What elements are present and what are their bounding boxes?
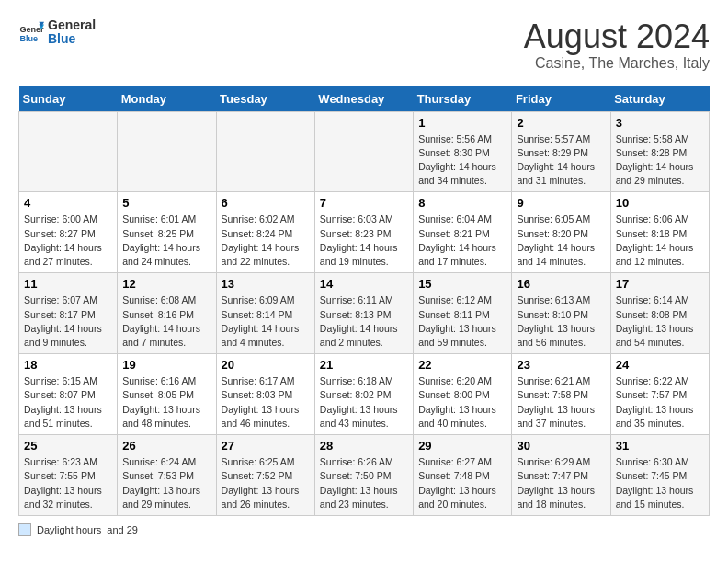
calendar-cell: 15Sunrise: 6:12 AM Sunset: 8:11 PM Dayli… [414, 273, 512, 354]
calendar-cell: 9Sunrise: 6:05 AM Sunset: 8:20 PM Daylig… [512, 192, 610, 273]
day-info: Sunrise: 6:18 AM Sunset: 8:02 PM Dayligh… [320, 374, 408, 431]
calendar-cell: 18Sunrise: 6:15 AM Sunset: 8:07 PM Dayli… [19, 354, 118, 435]
logo: General Blue General Blue [18, 18, 96, 47]
calendar-cell: 4Sunrise: 6:00 AM Sunset: 8:27 PM Daylig… [19, 192, 118, 273]
legend-detail: and 29 [107, 524, 138, 535]
weekday-header-wednesday: Wednesday [314, 86, 413, 112]
day-number: 2 [517, 116, 605, 130]
calendar-week-4: 18Sunrise: 6:15 AM Sunset: 8:07 PM Dayli… [19, 354, 710, 435]
calendar-cell: 16Sunrise: 6:13 AM Sunset: 8:10 PM Dayli… [512, 273, 610, 354]
calendar-cell: 26Sunrise: 6:24 AM Sunset: 7:53 PM Dayli… [118, 435, 216, 516]
day-info: Sunrise: 5:57 AM Sunset: 8:29 PM Dayligh… [517, 132, 605, 189]
calendar-cell: 14Sunrise: 6:11 AM Sunset: 8:13 PM Dayli… [314, 273, 413, 354]
day-info: Sunrise: 6:29 AM Sunset: 7:47 PM Dayligh… [517, 455, 605, 511]
calendar-cell [19, 111, 118, 192]
calendar-table: SundayMondayTuesdayWednesdayThursdayFrid… [18, 86, 710, 516]
day-info: Sunrise: 6:06 AM Sunset: 8:18 PM Dayligh… [616, 213, 704, 269]
weekday-header-tuesday: Tuesday [216, 86, 314, 112]
calendar-cell: 28Sunrise: 6:26 AM Sunset: 7:50 PM Dayli… [314, 435, 413, 516]
day-number: 14 [320, 277, 408, 291]
calendar-week-2: 4Sunrise: 6:00 AM Sunset: 8:27 PM Daylig… [19, 192, 710, 273]
calendar-week-5: 25Sunrise: 6:23 AM Sunset: 7:55 PM Dayli… [19, 435, 710, 516]
day-number: 31 [616, 439, 704, 453]
legend-label: Daylight hours [37, 524, 101, 535]
day-number: 20 [222, 358, 310, 372]
day-info: Sunrise: 6:03 AM Sunset: 8:23 PM Dayligh… [320, 213, 408, 269]
calendar-cell: 31Sunrise: 6:30 AM Sunset: 7:45 PM Dayli… [610, 435, 709, 516]
calendar-cell: 21Sunrise: 6:18 AM Sunset: 8:02 PM Dayli… [314, 354, 413, 435]
day-info: Sunrise: 5:58 AM Sunset: 8:28 PM Dayligh… [616, 132, 704, 189]
day-number: 6 [222, 196, 310, 210]
day-number: 13 [222, 277, 310, 291]
day-number: 18 [24, 358, 112, 372]
day-number: 1 [418, 116, 506, 130]
calendar-cell: 7Sunrise: 6:03 AM Sunset: 8:23 PM Daylig… [314, 192, 413, 273]
day-number: 15 [418, 277, 506, 291]
day-number: 19 [122, 358, 210, 372]
weekday-header-saturday: Saturday [610, 86, 709, 112]
day-number: 29 [418, 439, 506, 453]
day-info: Sunrise: 6:22 AM Sunset: 7:57 PM Dayligh… [616, 374, 704, 431]
logo-general: General [48, 18, 96, 32]
day-info: Sunrise: 6:30 AM Sunset: 7:45 PM Dayligh… [616, 455, 704, 511]
day-number: 28 [320, 439, 408, 453]
calendar-cell: 29Sunrise: 6:27 AM Sunset: 7:48 PM Dayli… [414, 435, 512, 516]
weekday-header-thursday: Thursday [414, 86, 512, 112]
svg-text:Blue: Blue [19, 34, 38, 43]
calendar-cell: 8Sunrise: 6:04 AM Sunset: 8:21 PM Daylig… [414, 192, 512, 273]
day-number: 21 [320, 358, 408, 372]
day-info: Sunrise: 6:04 AM Sunset: 8:21 PM Dayligh… [418, 213, 506, 269]
day-info: Sunrise: 6:02 AM Sunset: 8:24 PM Dayligh… [222, 213, 310, 269]
calendar-cell: 19Sunrise: 6:16 AM Sunset: 8:05 PM Dayli… [118, 354, 216, 435]
page-header: General Blue General Blue August 2024 Ca… [18, 18, 710, 72]
day-number: 30 [517, 439, 605, 453]
day-info: Sunrise: 6:25 AM Sunset: 7:52 PM Dayligh… [222, 455, 310, 511]
calendar-cell [216, 111, 314, 192]
day-info: Sunrise: 6:27 AM Sunset: 7:48 PM Dayligh… [418, 455, 506, 511]
legend-note: Daylight hours and 29 [18, 523, 710, 536]
day-info: Sunrise: 5:56 AM Sunset: 8:30 PM Dayligh… [418, 132, 506, 189]
day-number: 27 [222, 439, 310, 453]
calendar-cell: 25Sunrise: 6:23 AM Sunset: 7:55 PM Dayli… [19, 435, 118, 516]
day-info: Sunrise: 6:12 AM Sunset: 8:11 PM Dayligh… [418, 293, 506, 350]
day-number: 25 [24, 439, 112, 453]
day-number: 11 [24, 277, 112, 291]
day-info: Sunrise: 6:15 AM Sunset: 8:07 PM Dayligh… [24, 374, 112, 431]
calendar-cell: 27Sunrise: 6:25 AM Sunset: 7:52 PM Dayli… [216, 435, 314, 516]
day-info: Sunrise: 6:07 AM Sunset: 8:17 PM Dayligh… [24, 293, 112, 350]
calendar-cell [118, 111, 216, 192]
day-number: 23 [517, 358, 605, 372]
day-number: 22 [418, 358, 506, 372]
day-info: Sunrise: 6:23 AM Sunset: 7:55 PM Dayligh… [24, 455, 112, 511]
calendar-cell: 13Sunrise: 6:09 AM Sunset: 8:14 PM Dayli… [216, 273, 314, 354]
day-number: 26 [122, 439, 210, 453]
page-subtitle: Casine, The Marches, Italy [524, 55, 710, 72]
day-number: 4 [24, 196, 112, 210]
day-info: Sunrise: 6:14 AM Sunset: 8:08 PM Dayligh… [616, 293, 704, 350]
calendar-cell: 5Sunrise: 6:01 AM Sunset: 8:25 PM Daylig… [118, 192, 216, 273]
day-info: Sunrise: 6:24 AM Sunset: 7:53 PM Dayligh… [122, 455, 210, 511]
calendar-cell: 3Sunrise: 5:58 AM Sunset: 8:28 PM Daylig… [610, 111, 709, 192]
day-info: Sunrise: 6:13 AM Sunset: 8:10 PM Dayligh… [517, 293, 605, 350]
calendar-cell: 12Sunrise: 6:08 AM Sunset: 8:16 PM Dayli… [118, 273, 216, 354]
day-info: Sunrise: 6:26 AM Sunset: 7:50 PM Dayligh… [320, 455, 408, 511]
calendar-cell [314, 111, 413, 192]
weekday-header-monday: Monday [118, 86, 216, 112]
title-block: August 2024 Casine, The Marches, Italy [524, 18, 710, 72]
calendar-cell: 10Sunrise: 6:06 AM Sunset: 8:18 PM Dayli… [610, 192, 709, 273]
calendar-cell: 24Sunrise: 6:22 AM Sunset: 7:57 PM Dayli… [610, 354, 709, 435]
calendar-cell: 2Sunrise: 5:57 AM Sunset: 8:29 PM Daylig… [512, 111, 610, 192]
day-number: 5 [122, 196, 210, 210]
day-number: 12 [122, 277, 210, 291]
day-info: Sunrise: 6:21 AM Sunset: 7:58 PM Dayligh… [517, 374, 605, 431]
logo-blue: Blue [48, 32, 96, 46]
legend-box [18, 523, 31, 536]
day-info: Sunrise: 6:20 AM Sunset: 8:00 PM Dayligh… [418, 374, 506, 431]
day-number: 17 [616, 277, 704, 291]
day-number: 16 [517, 277, 605, 291]
day-number: 10 [616, 196, 704, 210]
day-info: Sunrise: 6:00 AM Sunset: 8:27 PM Dayligh… [24, 213, 112, 269]
calendar-week-3: 11Sunrise: 6:07 AM Sunset: 8:17 PM Dayli… [19, 273, 710, 354]
day-info: Sunrise: 6:17 AM Sunset: 8:03 PM Dayligh… [222, 374, 310, 431]
calendar-cell: 22Sunrise: 6:20 AM Sunset: 8:00 PM Dayli… [414, 354, 512, 435]
